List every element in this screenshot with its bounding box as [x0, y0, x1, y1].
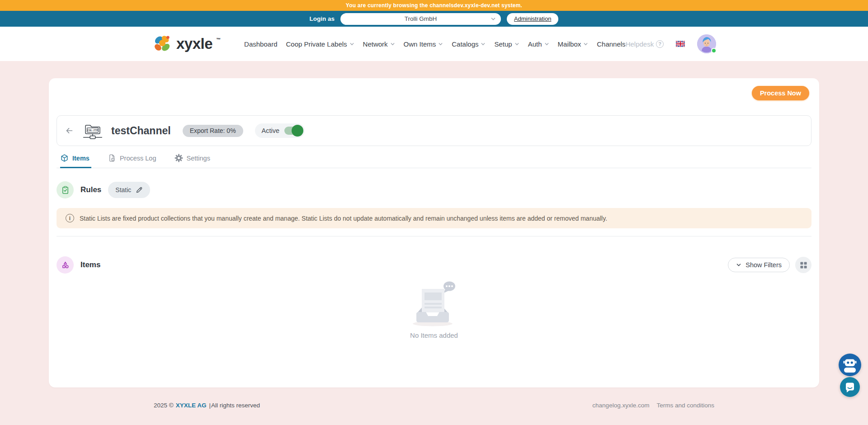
items-heading: Items [80, 260, 100, 269]
nav-item-channels[interactable]: Channels [597, 40, 625, 48]
items-section-header: Items Show Filters [57, 256, 811, 274]
pencil-icon [136, 186, 143, 194]
company-select[interactable]: Trolli GmbH [340, 13, 501, 25]
export-rate-badge: Export Rate: 0% [183, 125, 243, 137]
footer-company-link[interactable]: XYXLE AG [176, 402, 207, 409]
tab-items[interactable]: Items [60, 153, 91, 168]
content-card: Process Now CIN - FTP testChannel Export… [49, 78, 819, 387]
company-select-value: Trolli GmbH [405, 15, 437, 22]
language-flag-uk-icon[interactable] [676, 40, 685, 48]
online-status-dot [711, 48, 717, 53]
nav-item-coop-private-labels[interactable]: Coop Private Labels [286, 40, 354, 48]
system-banner: You are currently browsing the channelsd… [0, 0, 868, 11]
box-icon [60, 154, 69, 162]
logo-mark-icon [152, 34, 173, 53]
chevron-down-icon [583, 42, 588, 47]
document-clock-icon [108, 154, 116, 162]
nav-item-dashboard[interactable]: Dashboard [244, 40, 277, 48]
nav-item-network[interactable]: Network [363, 40, 395, 48]
chevron-down-icon [390, 42, 395, 47]
main-header: xyxle ™ Dashboard Coop Private Labels Ne… [0, 27, 868, 61]
grid-view-button[interactable] [795, 257, 811, 273]
support-chat-button[interactable] [840, 377, 860, 397]
logo[interactable]: xyxle ™ [152, 34, 221, 53]
nav-item-auth[interactable]: Auth [528, 40, 549, 48]
nav-item-own-items[interactable]: Own Items [404, 40, 443, 48]
clipboard-check-icon [57, 181, 74, 198]
tab-settings[interactable]: Settings [175, 153, 212, 168]
tabs-bar: Items Process Log Settings [57, 153, 811, 168]
chevron-down-icon [438, 42, 443, 47]
tab-process-log[interactable]: Process Log [108, 153, 158, 168]
footer-year: 2025 © [154, 402, 174, 409]
user-avatar[interactable] [697, 34, 716, 53]
footer-changelog-link[interactable]: changelog.xyxle.com [592, 402, 649, 409]
arrow-left-icon [64, 126, 74, 136]
logo-tm: ™ [216, 37, 221, 42]
chevron-down-icon [736, 262, 741, 268]
section-divider [57, 236, 811, 236]
chevron-down-icon [514, 42, 519, 47]
info-banner-text: Static Lists are fixed product collectio… [80, 215, 607, 222]
empty-state-text: No Items added [57, 331, 811, 339]
chatbot-button[interactable] [839, 354, 861, 376]
gear-icon [175, 154, 183, 162]
toggle-knob [292, 125, 303, 137]
footer-terms-link[interactable]: Terms and conditions [656, 402, 714, 409]
info-banner: i Static Lists are fixed product collect… [57, 208, 811, 228]
rules-heading: Rules [80, 185, 101, 194]
chat-bubble-icon [840, 377, 860, 397]
question-circle-icon: ? [656, 40, 664, 48]
show-filters-button[interactable]: Show Filters [728, 258, 790, 272]
chevron-down-icon [491, 16, 496, 22]
grid-icon [800, 261, 807, 269]
login-as-label: Login as [310, 15, 335, 22]
channel-title: testChannel [111, 125, 171, 137]
empty-inbox-illustration [405, 280, 463, 327]
footer-rights: All rights reserved [211, 402, 260, 409]
channel-type-folder-network-icon: CIN - FTP [82, 122, 103, 140]
process-now-button[interactable]: Process Now [752, 86, 809, 100]
info-icon: i [66, 214, 74, 222]
logo-text: xyxle [176, 34, 212, 53]
chevron-down-icon [349, 42, 354, 47]
admin-bar: Login as Trolli GmbH Administration [0, 11, 868, 27]
chevron-down-icon [544, 42, 549, 47]
chevron-down-icon [481, 42, 486, 47]
nav-item-setup[interactable]: Setup [494, 40, 519, 48]
active-toggle[interactable] [284, 127, 302, 135]
channel-type-label: CIN - FTP [87, 128, 98, 131]
rules-section-header: Rules Static [57, 181, 811, 198]
empty-state: No Items added [57, 280, 811, 339]
chat-widget-stack [839, 354, 861, 397]
shapes-icon [57, 256, 74, 274]
helpdesk-link[interactable]: Helpdesk ? [626, 40, 664, 48]
page-footer: 2025 © XYXLE AG | All rights reserved ch… [154, 402, 714, 409]
nav-item-mailbox[interactable]: Mailbox [558, 40, 589, 48]
system-banner-text: You are currently browsing the channelsd… [346, 2, 522, 9]
back-arrow-button[interactable] [62, 124, 76, 137]
active-toggle-group: Active [255, 123, 305, 138]
robot-icon [839, 354, 861, 376]
active-label: Active [262, 127, 280, 134]
nav-item-catalogs[interactable]: Catalogs [452, 40, 486, 48]
rules-mode-edit-button[interactable]: Static [108, 182, 150, 198]
footer-separator: | [209, 402, 211, 409]
channel-header-card: CIN - FTP testChannel Export Rate: 0% Ac… [57, 115, 811, 146]
administration-button[interactable]: Administration [507, 13, 558, 25]
main-nav: Dashboard Coop Private Labels Network Ow… [244, 40, 626, 48]
